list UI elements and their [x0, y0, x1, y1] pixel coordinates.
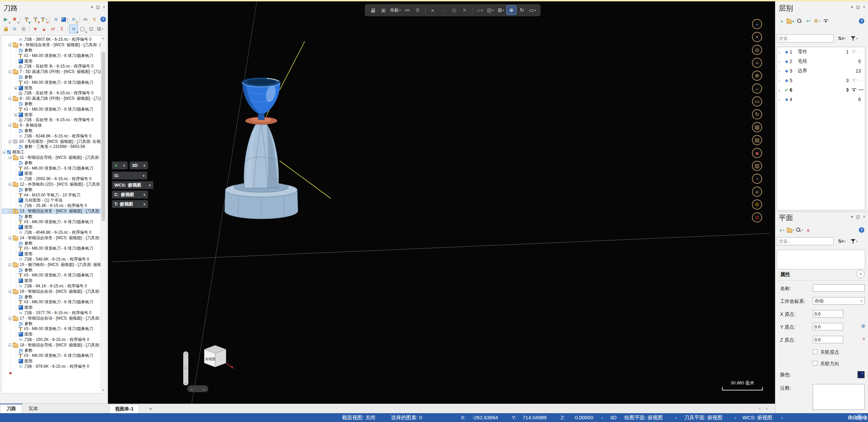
scroll-insert-button[interactable]: ⇕	[58, 25, 66, 33]
toolpath-tree-row[interactable]: 图形	[2, 332, 100, 337]
insert-arrow-button[interactable]: ⇄	[49, 25, 57, 33]
toolpath-tree-row[interactable]: 参数	[2, 348, 100, 353]
wcs-system-dropdown[interactable]: 自动	[813, 297, 865, 305]
tab-solids[interactable]: 实体	[22, 404, 44, 413]
rotate-view-button[interactable]: ↻	[752, 109, 762, 119]
verify-button[interactable]: ✓	[61, 15, 69, 23]
spline-view-button[interactable]: ≈	[752, 58, 762, 68]
close-icon[interactable]: ×	[863, 214, 865, 219]
toolpath-tree-row[interactable]: ≋刀路 - 25.3K - 6-15.nc - 程序编号 0	[2, 203, 100, 209]
pin-icon[interactable]	[856, 6, 860, 9]
regenerate-dirty-button[interactable]: ✖	[31, 15, 39, 23]
toolpath-tree-row[interactable]: 图形	[2, 305, 100, 310]
toolpath-tree-row[interactable]: −精加工	[2, 150, 100, 155]
plane-name-field[interactable]	[813, 284, 865, 292]
y-origin-field[interactable]	[813, 323, 843, 330]
expand-arrow-icon[interactable]: ›	[778, 49, 784, 55]
toolpath-tree-row[interactable]: ≋刀路 - 548.6K - 6-15.nc - 程序编号 0	[2, 257, 100, 262]
level-options-button[interactable]: ⚙	[813, 17, 821, 25]
backplot-button[interactable]: ≋	[52, 15, 60, 23]
toolpath-tree-row[interactable]: #3 - M6.00 球形铣刀 - 6 球刀/圆鼻铣刀	[2, 219, 100, 225]
expand-toggle[interactable]: −	[8, 210, 12, 213]
section-view-status[interactable]: 截面视图: 关闭	[342, 415, 375, 421]
panel-splitter[interactable]	[775, 212, 868, 212]
plane-select-icon[interactable]: ▱	[475, 6, 485, 15]
select-by-toolpath-button[interactable]: ≋▸	[70, 25, 78, 33]
toolpath-tree-row[interactable]: #3 - M6.00 球形铣刀 - 6 球刀/圆鼻铣刀	[2, 300, 100, 305]
add-viewsheet-tab-button[interactable]: +	[147, 405, 154, 412]
comment-field[interactable]	[813, 384, 865, 410]
window-select-button[interactable]: ▢▸	[78, 25, 87, 33]
associate-origin-checkbox[interactable]	[813, 349, 817, 354]
pin-icon[interactable]	[96, 6, 99, 9]
tree-scrollbar[interactable]: ▲ ▼	[100, 36, 106, 393]
ghost-toolpath-button[interactable]	[19, 25, 27, 33]
tool-exchange-button[interactable]: ⇄	[40, 15, 48, 23]
globe-view-button[interactable]: ⊕	[752, 71, 762, 81]
toolpath-tree-row[interactable]: 参数	[2, 128, 100, 134]
slider-grip-icon[interactable]: ≡	[183, 366, 188, 370]
expand-toggle[interactable]: −	[8, 290, 12, 293]
toolpath-tree-row[interactable]: ≋刀路 - 4046.8K - 6-15.nc - 程序编号 0	[2, 230, 100, 235]
orientation-gizmo[interactable]: 前视图	[195, 343, 238, 374]
expand-toggle[interactable]: −	[8, 317, 12, 320]
expand-arrow-icon[interactable]: ›	[778, 78, 784, 83]
toolpath-tree-row[interactable]: −18 - 智能综合导线 - [WCS: 俯视图] - [刀具面: 俯视图]	[2, 342, 100, 348]
toolpath-tree-row[interactable]: −8 - 3D 高速刀路 (环绕) - [WCS: 俯视图] - [刀具面: 左…	[2, 96, 100, 101]
add-viewsheet-pill[interactable]: +	[112, 161, 128, 169]
pan-button[interactable]: +	[752, 19, 762, 29]
expand-toggle[interactable]: −	[8, 156, 12, 159]
gview-pill[interactable]: G:	[112, 172, 147, 179]
toolpath-tree-row[interactable]: #3 - M6.00 球形铣刀 - 6 球刀/圆鼻铣刀	[2, 353, 100, 359]
toolpath-tree-row[interactable]: #3 - M6.00 球形铣刀 - 6 球刀/圆鼻铣刀	[2, 326, 100, 332]
lock-icon[interactable]	[368, 6, 378, 15]
chevron-down-icon[interactable]: ∨	[601, 416, 603, 419]
pan-left-right-control[interactable]	[187, 385, 208, 392]
filter-funnel-icon[interactable]	[851, 36, 855, 41]
snap-multiplier-label[interactable]: x32	[402, 6, 412, 15]
row-spacing-icon[interactable]: ⇅≡	[838, 36, 843, 41]
expand-toggle[interactable]: −	[8, 97, 12, 100]
tab-scroll-left-icon[interactable]: ‹	[759, 405, 761, 411]
expand-arrow-icon[interactable]: ›	[778, 59, 784, 64]
row-spacing-icon[interactable]: ⇅≡	[838, 238, 843, 244]
expand-arrow-icon[interactable]: ›	[778, 97, 784, 102]
expand-toggle[interactable]: +	[14, 113, 17, 116]
collapse-properties-button[interactable]: ∧	[856, 270, 865, 278]
tab-viewsheet-1[interactable]: 视图单-1	[109, 404, 139, 414]
toolpath-tree-row[interactable]: −10 - 毛坯模型 - [WCS: 俯视图] - [刀具面: 右视图] - 2	[2, 139, 100, 144]
toolpath-tree-row[interactable]: #4 - M10.00 平铣刀 - 10 平铣刀	[2, 192, 100, 198]
toolpath-tree-row[interactable]: −13 - 智能综合渐变 - [WCS: 俯视图] - [刀具面: 俯视图]	[2, 209, 100, 214]
clear-selection-icon[interactable]: ✕	[460, 6, 469, 15]
toolpath-tree-row[interactable]: 参数	[2, 75, 100, 80]
panel-menu-icon[interactable]: ▾	[851, 5, 853, 9]
level-row[interactable]: ›◆46	[777, 95, 865, 104]
disable-view-button[interactable]: ⊘	[752, 212, 762, 223]
toolpath-tree-row[interactable]: 参数	[2, 187, 100, 192]
filter-funnel-icon[interactable]	[851, 239, 855, 244]
expand-toggle[interactable]: −	[8, 124, 12, 127]
wcs-status[interactable]: WCS: 俯视图	[742, 415, 772, 421]
scroll-down-icon[interactable]: ▼	[101, 388, 106, 393]
view-settings-button[interactable]: ⚙	[752, 199, 762, 210]
expand-toggle[interactable]: −	[8, 236, 12, 239]
more-options-icon[interactable]: ⋯	[858, 77, 864, 83]
toolpath-tree-row[interactable]: ≋刀路 - 879.6K - 6-15.nc - 程序编号 0	[2, 364, 100, 369]
chevron-down-icon[interactable]: ∨	[675, 416, 677, 419]
panel-menu-icon[interactable]: ▾	[91, 5, 93, 9]
expand-toggle[interactable]: −	[3, 151, 6, 154]
toolpath-tree-row[interactable]: #3 - M6.00 球形铣刀 - 6 球刀/圆鼻铣刀	[2, 166, 100, 171]
z-origin-field[interactable]	[813, 336, 843, 343]
expand-arrow-icon[interactable]: ›	[778, 68, 784, 74]
z-coordinate-value[interactable]: 0.00000	[575, 415, 593, 420]
expand-toggle[interactable]: −	[8, 140, 12, 143]
plane-display-button[interactable]: ≡	[804, 226, 812, 234]
pin-icon[interactable]	[856, 215, 860, 218]
toolpath-tree-row[interactable]: −16 - 智能综合自动 - [WCS: 俯视图] - [刀具面: 俯视图]	[2, 289, 100, 294]
restore-levels-button[interactable]: ↩	[804, 17, 812, 25]
visibility-eye-icon[interactable]	[851, 50, 857, 54]
color-swatch[interactable]	[857, 371, 865, 378]
toolpath-tree-row[interactable]: 参数	[2, 48, 100, 53]
expand-arrow-icon[interactable]: ›	[778, 87, 784, 93]
simulator-options-button[interactable]: ≋⚙	[70, 15, 78, 23]
